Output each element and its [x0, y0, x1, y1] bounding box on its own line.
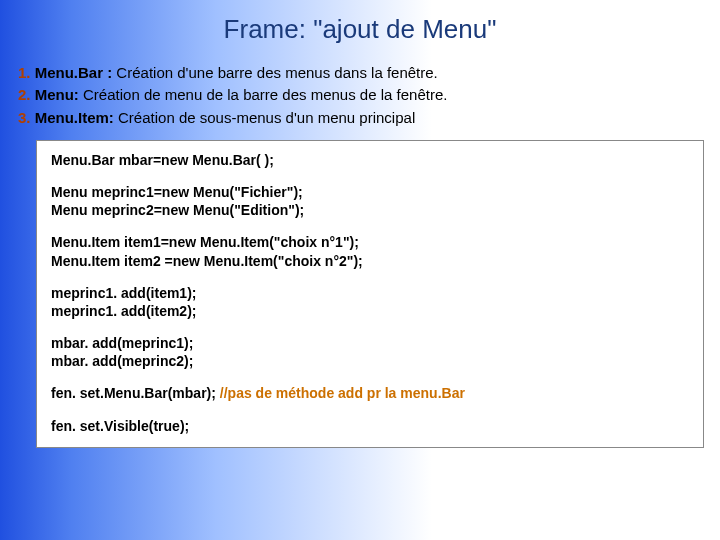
item-number: 1. — [18, 64, 31, 81]
code-line: meprinc1. add(item1); — [51, 284, 689, 302]
code-line: fen. set.Menu.Bar(mbar); //pas de méthod… — [51, 384, 689, 402]
code-group: Menu meprinc1=new Menu("Fichier"); Menu … — [51, 183, 689, 219]
code-group: fen. set.Visible(true); — [51, 417, 689, 435]
item-term: Menu.Bar : — [35, 64, 113, 81]
code-line: fen. set.Visible(true); — [51, 417, 689, 435]
code-line: Menu.Bar mbar=new Menu.Bar( ); — [51, 151, 689, 169]
code-group: Menu.Bar mbar=new Menu.Bar( ); — [51, 151, 689, 169]
code-text: fen. set.Menu.Bar(mbar); — [51, 385, 220, 401]
code-group: meprinc1. add(item1); meprinc1. add(item… — [51, 284, 689, 320]
code-line: meprinc1. add(item2); — [51, 302, 689, 320]
slide-title: Frame: "ajout de Menu" — [0, 14, 720, 45]
item-desc: Création de sous-menus d'un menu princip… — [114, 109, 415, 126]
code-line: Menu meprinc1=new Menu("Fichier"); — [51, 183, 689, 201]
item-number: 2. — [18, 86, 31, 103]
item-desc: Création d'une barre des menus dans la f… — [112, 64, 438, 81]
code-group: Menu.Item item1=new Menu.Item("choix n°1… — [51, 233, 689, 269]
code-block: Menu.Bar mbar=new Menu.Bar( ); Menu mepr… — [36, 140, 704, 448]
code-group: fen. set.Menu.Bar(mbar); //pas de méthod… — [51, 384, 689, 402]
code-group: mbar. add(meprinc1); mbar. add(meprinc2)… — [51, 334, 689, 370]
list-item: 3. Menu.Item: Création de sous-menus d'u… — [18, 108, 702, 128]
item-term: Menu.Item: — [35, 109, 114, 126]
item-term: Menu: — [35, 86, 79, 103]
code-line: mbar. add(meprinc2); — [51, 352, 689, 370]
list-item: 1. Menu.Bar : Création d'une barre des m… — [18, 63, 702, 83]
item-number: 3. — [18, 109, 31, 126]
item-desc: Création de menu de la barre des menus d… — [79, 86, 448, 103]
code-line: Menu.Item item2 =new Menu.Item("choix n°… — [51, 252, 689, 270]
code-comment: //pas de méthode add pr la menu.Bar — [220, 385, 465, 401]
code-line: Menu.Item item1=new Menu.Item("choix n°1… — [51, 233, 689, 251]
definition-list: 1. Menu.Bar : Création d'une barre des m… — [18, 63, 702, 128]
code-line: mbar. add(meprinc1); — [51, 334, 689, 352]
code-line: Menu meprinc2=new Menu("Edition"); — [51, 201, 689, 219]
list-item: 2. Menu: Création de menu de la barre de… — [18, 85, 702, 105]
